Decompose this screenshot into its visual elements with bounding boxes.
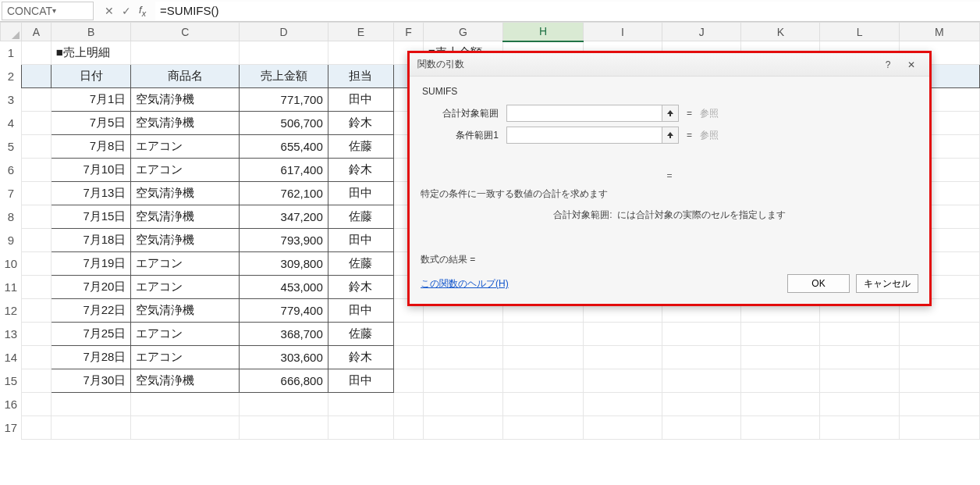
cell[interactable]: 鈴木	[328, 159, 393, 182]
cell[interactable]	[423, 393, 503, 416]
cell[interactable]: 佐藤	[328, 135, 393, 159]
column-header[interactable]: B	[51, 23, 131, 41]
column-header[interactable]: A	[22, 23, 51, 41]
row-header[interactable]: 10	[1, 252, 22, 276]
cell[interactable]	[662, 346, 741, 369]
range-picker-button[interactable]	[662, 127, 679, 144]
dialog-titlebar[interactable]: 関数の引数 ? ✕	[410, 53, 929, 77]
row-header[interactable]: 12	[1, 299, 22, 323]
close-icon[interactable]: ✕	[900, 59, 923, 70]
cell[interactable]	[22, 299, 51, 323]
cell[interactable]: 7月18日	[51, 229, 131, 252]
cell[interactable]	[328, 416, 393, 440]
cell[interactable]	[394, 323, 424, 346]
cell[interactable]	[503, 346, 584, 369]
row-header[interactable]: 1	[1, 41, 22, 65]
cell[interactable]	[394, 416, 424, 440]
cell[interactable]: 7月22日	[51, 299, 131, 323]
chevron-down-icon[interactable]: ▾	[52, 6, 88, 15]
cell[interactable]	[394, 346, 424, 369]
cell[interactable]	[51, 416, 131, 440]
row-header[interactable]: 9	[1, 229, 22, 252]
cell[interactable]: 空気清浄機	[131, 229, 240, 252]
row-header[interactable]: 2	[1, 65, 22, 88]
cell[interactable]	[22, 205, 51, 229]
row-header[interactable]: 5	[1, 135, 22, 159]
cell[interactable]	[423, 323, 503, 346]
cell[interactable]	[741, 346, 820, 369]
cell[interactable]: 空気清浄機	[131, 88, 240, 112]
ok-button[interactable]: OK	[787, 274, 850, 293]
cell[interactable]	[741, 323, 820, 346]
column-header[interactable]: G	[423, 23, 503, 41]
cell[interactable]: 7月10日	[51, 159, 131, 182]
column-header[interactable]: D	[240, 23, 328, 41]
cell[interactable]: 佐藤	[328, 205, 393, 229]
cell[interactable]: 田中	[328, 88, 393, 112]
cell[interactable]	[583, 323, 662, 346]
cell[interactable]: 田中	[328, 299, 393, 323]
cell[interactable]: 佐藤	[328, 323, 393, 346]
cell[interactable]: 506,700	[240, 112, 328, 135]
cell[interactable]: 担当	[328, 65, 393, 88]
column-header[interactable]: E	[328, 23, 393, 41]
cancel-icon[interactable]: ✕	[105, 5, 114, 17]
cell[interactable]: ■売上明細	[51, 41, 131, 65]
name-box[interactable]: CONCAT ▾	[2, 2, 94, 20]
cell[interactable]	[820, 346, 899, 369]
cell[interactable]: 鈴木	[328, 276, 393, 299]
cell[interactable]	[22, 112, 51, 135]
cell[interactable]	[394, 393, 424, 416]
cell[interactable]	[583, 346, 662, 369]
column-header[interactable]: L	[820, 23, 899, 41]
cell[interactable]	[503, 393, 584, 416]
cell[interactable]: 7月5日	[51, 112, 131, 135]
cell[interactable]	[899, 323, 979, 346]
cell[interactable]: 7月1日	[51, 88, 131, 112]
cell[interactable]: 7月8日	[51, 135, 131, 159]
cell[interactable]: 368,700	[240, 323, 328, 346]
row-header[interactable]: 14	[1, 346, 22, 369]
cell[interactable]	[22, 135, 51, 159]
cell[interactable]	[22, 41, 51, 65]
row-header[interactable]: 8	[1, 205, 22, 229]
row-header[interactable]: 17	[1, 416, 22, 440]
cell[interactable]	[240, 416, 328, 440]
cell[interactable]: エアコン	[131, 276, 240, 299]
cell[interactable]: エアコン	[131, 346, 240, 369]
cell[interactable]: エアコン	[131, 323, 240, 346]
row-header[interactable]: 11	[1, 276, 22, 299]
cell[interactable]	[328, 393, 393, 416]
cell[interactable]: 779,400	[240, 299, 328, 323]
cell[interactable]	[899, 393, 979, 416]
cell[interactable]	[22, 88, 51, 112]
range-picker-button[interactable]	[662, 105, 679, 122]
cell[interactable]	[240, 41, 328, 65]
cell[interactable]	[820, 369, 899, 393]
cell[interactable]: 771,700	[240, 88, 328, 112]
cell[interactable]	[22, 416, 51, 440]
cell[interactable]: 空気清浄機	[131, 299, 240, 323]
cell[interactable]	[22, 369, 51, 393]
cell[interactable]	[741, 416, 820, 440]
cell[interactable]	[131, 393, 240, 416]
cell[interactable]: 鈴木	[328, 112, 393, 135]
cell[interactable]	[503, 416, 584, 440]
cell[interactable]	[503, 369, 584, 393]
cell[interactable]	[583, 393, 662, 416]
row-header[interactable]: 3	[1, 88, 22, 112]
row-header[interactable]: 6	[1, 159, 22, 182]
cell[interactable]	[583, 369, 662, 393]
cell[interactable]	[240, 393, 328, 416]
column-header[interactable]: C	[131, 23, 240, 41]
help-link[interactable]: この関数のヘルプ(H)	[421, 277, 509, 291]
cell[interactable]: 7月25日	[51, 323, 131, 346]
cell[interactable]	[820, 416, 899, 440]
cell[interactable]: 7月19日	[51, 252, 131, 276]
cell[interactable]: 日付	[51, 65, 131, 88]
cell[interactable]	[22, 276, 51, 299]
fx-icon[interactable]: fx	[139, 4, 146, 18]
cell[interactable]	[22, 323, 51, 346]
help-icon[interactable]: ?	[876, 59, 900, 70]
cell[interactable]	[22, 229, 51, 252]
